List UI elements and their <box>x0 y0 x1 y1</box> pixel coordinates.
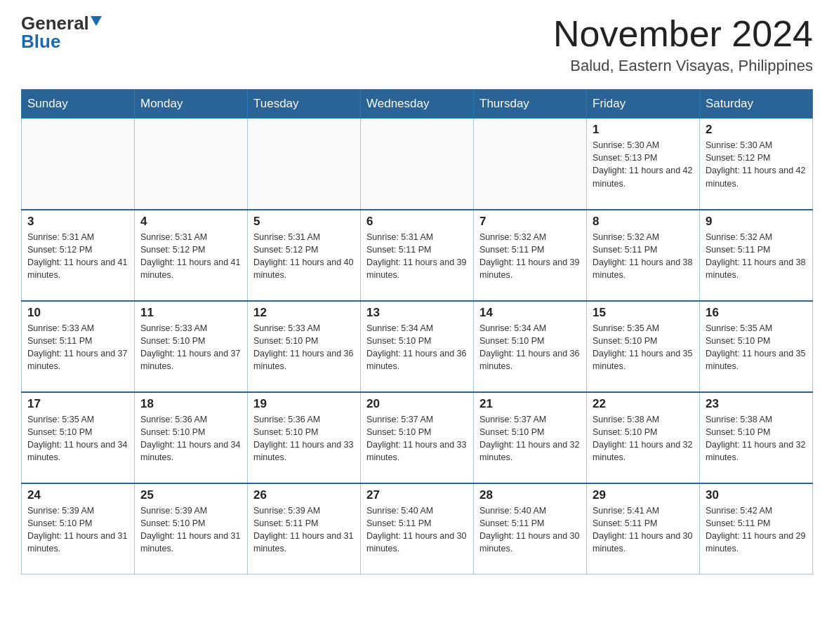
calendar-cell: 20Sunrise: 5:37 AM Sunset: 5:10 PM Dayli… <box>361 392 474 483</box>
day-number: 11 <box>140 306 241 320</box>
weekday-header-sunday: Sunday <box>22 90 135 119</box>
day-info: Sunrise: 5:37 AM Sunset: 5:10 PM Dayligh… <box>479 413 581 464</box>
calendar-cell: 3Sunrise: 5:31 AM Sunset: 5:12 PM Daylig… <box>22 210 135 301</box>
calendar-cell: 4Sunrise: 5:31 AM Sunset: 5:12 PM Daylig… <box>135 210 248 301</box>
day-info: Sunrise: 5:30 AM Sunset: 5:13 PM Dayligh… <box>593 139 694 190</box>
weekday-header-tuesday: Tuesday <box>248 90 361 119</box>
day-number: 25 <box>140 488 241 502</box>
day-number: 21 <box>479 397 581 411</box>
day-number: 16 <box>706 306 807 320</box>
calendar-cell <box>361 119 474 210</box>
calendar-cell: 17Sunrise: 5:35 AM Sunset: 5:10 PM Dayli… <box>22 392 135 483</box>
calendar-cell <box>248 119 361 210</box>
calendar-cell: 11Sunrise: 5:33 AM Sunset: 5:10 PM Dayli… <box>135 301 248 392</box>
calendar-table: SundayMondayTuesdayWednesdayThursdayFrid… <box>21 89 813 575</box>
day-info: Sunrise: 5:36 AM Sunset: 5:10 PM Dayligh… <box>140 413 241 464</box>
logo: General Blue <box>21 14 102 51</box>
day-number: 27 <box>366 488 468 502</box>
day-number: 14 <box>479 306 581 320</box>
day-number: 12 <box>253 306 355 320</box>
day-info: Sunrise: 5:30 AM Sunset: 5:12 PM Dayligh… <box>706 139 807 190</box>
day-number: 8 <box>593 215 694 229</box>
logo-general-text: General <box>21 14 89 32</box>
day-number: 2 <box>706 123 807 137</box>
calendar-week-row: 17Sunrise: 5:35 AM Sunset: 5:10 PM Dayli… <box>22 392 813 483</box>
calendar-cell: 1Sunrise: 5:30 AM Sunset: 5:13 PM Daylig… <box>587 119 700 210</box>
calendar-cell: 9Sunrise: 5:32 AM Sunset: 5:11 PM Daylig… <box>700 210 813 301</box>
logo-triangle-icon <box>91 16 102 26</box>
day-number: 1 <box>593 123 694 137</box>
day-info: Sunrise: 5:41 AM Sunset: 5:11 PM Dayligh… <box>593 504 694 556</box>
calendar-cell: 27Sunrise: 5:40 AM Sunset: 5:11 PM Dayli… <box>361 483 474 575</box>
calendar-cell: 29Sunrise: 5:41 AM Sunset: 5:11 PM Dayli… <box>587 483 700 575</box>
day-info: Sunrise: 5:31 AM Sunset: 5:11 PM Dayligh… <box>366 231 468 282</box>
day-number: 20 <box>366 397 468 411</box>
day-info: Sunrise: 5:38 AM Sunset: 5:10 PM Dayligh… <box>593 413 694 464</box>
day-info: Sunrise: 5:34 AM Sunset: 5:10 PM Dayligh… <box>479 322 581 373</box>
calendar-cell: 21Sunrise: 5:37 AM Sunset: 5:10 PM Dayli… <box>474 392 587 483</box>
calendar-week-row: 24Sunrise: 5:39 AM Sunset: 5:10 PM Dayli… <box>22 483 813 575</box>
calendar-cell: 10Sunrise: 5:33 AM Sunset: 5:11 PM Dayli… <box>22 301 135 392</box>
day-info: Sunrise: 5:40 AM Sunset: 5:11 PM Dayligh… <box>366 504 468 556</box>
day-number: 30 <box>706 488 807 502</box>
calendar-cell <box>474 119 587 210</box>
calendar-cell <box>135 119 248 210</box>
weekday-header-monday: Monday <box>135 90 248 119</box>
calendar-cell: 28Sunrise: 5:40 AM Sunset: 5:11 PM Dayli… <box>474 483 587 575</box>
day-info: Sunrise: 5:39 AM Sunset: 5:11 PM Dayligh… <box>253 504 355 556</box>
day-number: 17 <box>27 397 128 411</box>
day-info: Sunrise: 5:33 AM Sunset: 5:11 PM Dayligh… <box>27 322 128 373</box>
calendar-cell: 18Sunrise: 5:36 AM Sunset: 5:10 PM Dayli… <box>135 392 248 483</box>
day-info: Sunrise: 5:35 AM Sunset: 5:10 PM Dayligh… <box>27 413 128 464</box>
day-info: Sunrise: 5:31 AM Sunset: 5:12 PM Dayligh… <box>253 231 355 282</box>
day-number: 7 <box>479 215 581 229</box>
day-number: 24 <box>27 488 128 502</box>
weekday-header-friday: Friday <box>587 90 700 119</box>
day-number: 26 <box>253 488 355 502</box>
logo-blue-text: Blue <box>21 32 60 51</box>
calendar-cell: 23Sunrise: 5:38 AM Sunset: 5:10 PM Dayli… <box>700 392 813 483</box>
day-info: Sunrise: 5:34 AM Sunset: 5:10 PM Dayligh… <box>366 322 468 373</box>
calendar-cell: 16Sunrise: 5:35 AM Sunset: 5:10 PM Dayli… <box>700 301 813 392</box>
calendar-cell: 24Sunrise: 5:39 AM Sunset: 5:10 PM Dayli… <box>22 483 135 575</box>
day-info: Sunrise: 5:39 AM Sunset: 5:10 PM Dayligh… <box>140 504 241 556</box>
day-info: Sunrise: 5:42 AM Sunset: 5:11 PM Dayligh… <box>706 504 807 556</box>
day-info: Sunrise: 5:35 AM Sunset: 5:10 PM Dayligh… <box>593 322 694 373</box>
day-number: 23 <box>706 397 807 411</box>
calendar-cell: 14Sunrise: 5:34 AM Sunset: 5:10 PM Dayli… <box>474 301 587 392</box>
day-number: 9 <box>706 215 807 229</box>
calendar-cell: 5Sunrise: 5:31 AM Sunset: 5:12 PM Daylig… <box>248 210 361 301</box>
day-number: 18 <box>140 397 241 411</box>
day-number: 15 <box>593 306 694 320</box>
day-number: 6 <box>366 215 468 229</box>
day-info: Sunrise: 5:39 AM Sunset: 5:10 PM Dayligh… <box>27 504 128 556</box>
day-info: Sunrise: 5:33 AM Sunset: 5:10 PM Dayligh… <box>140 322 241 373</box>
day-info: Sunrise: 5:40 AM Sunset: 5:11 PM Dayligh… <box>479 504 581 556</box>
page-header: General Blue November 2024 Balud, Easter… <box>21 14 813 75</box>
calendar-cell: 22Sunrise: 5:38 AM Sunset: 5:10 PM Dayli… <box>587 392 700 483</box>
day-info: Sunrise: 5:32 AM Sunset: 5:11 PM Dayligh… <box>479 231 581 282</box>
calendar-cell: 30Sunrise: 5:42 AM Sunset: 5:11 PM Dayli… <box>700 483 813 575</box>
calendar-cell: 26Sunrise: 5:39 AM Sunset: 5:11 PM Dayli… <box>248 483 361 575</box>
calendar-cell: 19Sunrise: 5:36 AM Sunset: 5:10 PM Dayli… <box>248 392 361 483</box>
day-number: 29 <box>593 488 694 502</box>
day-number: 13 <box>366 306 468 320</box>
day-number: 3 <box>27 215 128 229</box>
calendar-week-row: 10Sunrise: 5:33 AM Sunset: 5:11 PM Dayli… <box>22 301 813 392</box>
title-section: November 2024 Balud, Eastern Visayas, Ph… <box>553 14 813 75</box>
day-number: 22 <box>593 397 694 411</box>
day-number: 4 <box>140 215 241 229</box>
calendar-cell <box>22 119 135 210</box>
weekday-header-thursday: Thursday <box>474 90 587 119</box>
day-info: Sunrise: 5:32 AM Sunset: 5:11 PM Dayligh… <box>593 231 694 282</box>
calendar-cell: 8Sunrise: 5:32 AM Sunset: 5:11 PM Daylig… <box>587 210 700 301</box>
day-info: Sunrise: 5:32 AM Sunset: 5:11 PM Dayligh… <box>706 231 807 282</box>
day-info: Sunrise: 5:37 AM Sunset: 5:10 PM Dayligh… <box>366 413 468 464</box>
day-info: Sunrise: 5:33 AM Sunset: 5:10 PM Dayligh… <box>253 322 355 373</box>
day-number: 28 <box>479 488 581 502</box>
day-info: Sunrise: 5:31 AM Sunset: 5:12 PM Dayligh… <box>140 231 241 282</box>
calendar-cell: 25Sunrise: 5:39 AM Sunset: 5:10 PM Dayli… <box>135 483 248 575</box>
calendar-cell: 7Sunrise: 5:32 AM Sunset: 5:11 PM Daylig… <box>474 210 587 301</box>
weekday-header-saturday: Saturday <box>700 90 813 119</box>
day-number: 10 <box>27 306 128 320</box>
